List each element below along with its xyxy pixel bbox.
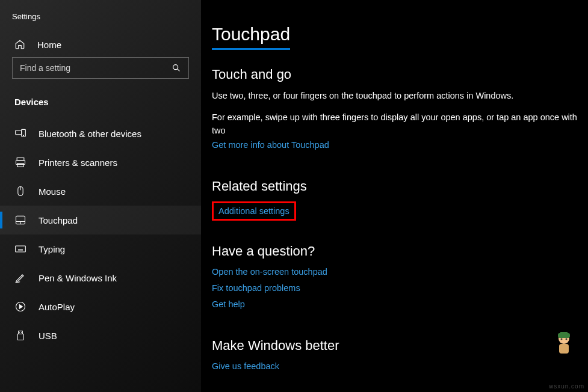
svg-rect-2	[16, 130, 22, 135]
svg-rect-21	[19, 331, 23, 334]
home-nav-item[interactable]: Home	[0, 32, 201, 57]
section-heading: Have a question?	[212, 243, 588, 259]
svg-rect-27	[560, 332, 568, 334]
svg-line-1	[178, 69, 180, 72]
additional-settings-link[interactable]: Additional settings	[218, 206, 289, 216]
bluetooth-devices-icon	[14, 127, 26, 139]
svg-rect-5	[17, 158, 24, 161]
nav-item-bluetooth[interactable]: Bluetooth & other devices	[0, 119, 201, 148]
nav-item-printers[interactable]: Printers & scanners	[0, 148, 201, 177]
highlight-annotation: Additional settings	[212, 201, 296, 221]
keyboard-icon	[14, 243, 26, 255]
svg-rect-22	[17, 334, 23, 340]
autoplay-icon	[14, 301, 26, 313]
svg-point-29	[566, 338, 568, 340]
section-heading: Related settings	[212, 179, 588, 194]
nav-list: Bluetooth & other devices Printers & sca…	[0, 119, 201, 350]
avatar	[552, 329, 576, 354]
nav-item-label: Printers & scanners	[39, 158, 117, 168]
nav-item-label: AutoPlay	[39, 302, 75, 312]
nav-item-label: Touchpad	[39, 215, 78, 225]
search-icon	[172, 63, 181, 73]
svg-rect-13	[16, 246, 26, 252]
pen-icon	[14, 272, 26, 284]
nav-item-label: Typing	[39, 244, 65, 254]
category-label: Devices	[0, 91, 201, 119]
feedback-link[interactable]: Give us feedback	[212, 361, 279, 371]
body-text: Use two, three, or four fingers on the t…	[212, 90, 588, 103]
touchpad-icon	[14, 214, 26, 226]
page-title: Touchpad	[212, 24, 290, 50]
nav-item-label: Pen & Windows Ink	[39, 273, 117, 283]
related-settings-section: Related settings Additional settings	[212, 179, 588, 221]
home-icon	[14, 39, 25, 50]
nav-item-pen[interactable]: Pen & Windows Ink	[0, 263, 201, 292]
svg-rect-7	[17, 164, 23, 167]
fix-touchpad-link[interactable]: Fix touchpad problems	[212, 283, 300, 293]
nav-item-label: USB	[39, 331, 57, 341]
touch-and-go-section: Touch and go Use two, three, or four fin…	[212, 67, 588, 156]
nav-item-mouse[interactable]: Mouse	[0, 177, 201, 206]
touchpad-info-link[interactable]: Get more info about Touchpad	[212, 140, 329, 150]
get-help-link[interactable]: Get help	[212, 299, 245, 309]
nav-item-autoplay[interactable]: AutoPlay	[0, 292, 201, 321]
make-windows-better-section: Make Windows better Give us feedback	[212, 338, 588, 377]
svg-rect-30	[559, 344, 569, 354]
svg-point-0	[173, 65, 178, 70]
nav-item-touchpad[interactable]: Touchpad	[0, 206, 201, 234]
watermark: wsxun.com	[549, 383, 584, 390]
section-heading: Make Windows better	[212, 338, 588, 354]
svg-point-28	[561, 338, 563, 340]
on-screen-touchpad-link[interactable]: Open the on-screen touchpad	[212, 267, 327, 277]
search-input[interactable]	[20, 63, 172, 73]
have-a-question-section: Have a question? Open the on-screen touc…	[212, 243, 588, 315]
search-box[interactable]	[12, 57, 189, 79]
mouse-icon	[14, 185, 26, 197]
printer-icon	[14, 156, 26, 168]
svg-marker-20	[19, 305, 22, 309]
home-label: Home	[37, 40, 61, 50]
main-content: Touchpad Touch and go Use two, three, or…	[201, 0, 588, 392]
nav-item-label: Bluetooth & other devices	[39, 129, 141, 139]
nav-item-usb[interactable]: USB	[0, 321, 201, 350]
app-title: Settings	[0, 12, 201, 32]
body-text: For example, swipe up with three fingers…	[212, 111, 588, 138]
sidebar: Settings Home Devices Bluetooth & other …	[0, 0, 201, 392]
nav-item-typing[interactable]: Typing	[0, 234, 201, 263]
nav-item-label: Mouse	[39, 186, 66, 197]
svg-point-4	[23, 135, 24, 136]
section-heading: Touch and go	[212, 67, 588, 82]
usb-icon	[14, 329, 26, 341]
